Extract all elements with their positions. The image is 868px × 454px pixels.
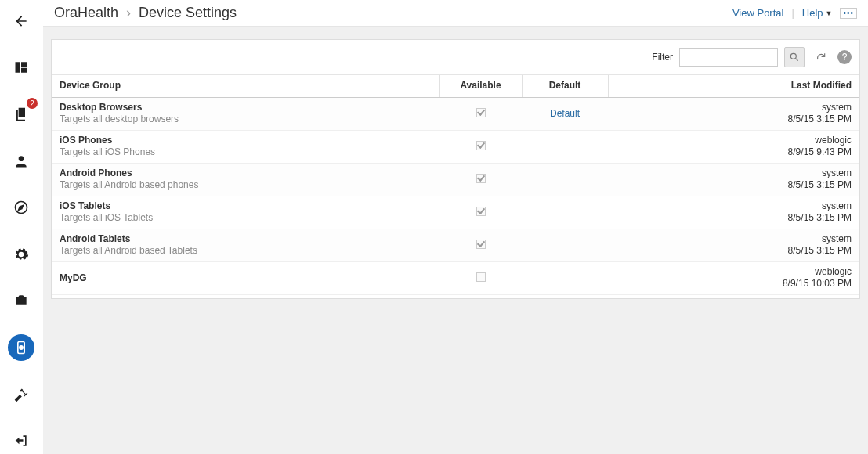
device-group-desc: Targets all iOS Phones (60, 146, 432, 158)
svg-point-2 (20, 346, 23, 349)
page-title: Device Settings (139, 5, 237, 21)
modified-user: system (616, 102, 852, 114)
overflow-menu[interactable]: ••• (840, 8, 857, 19)
table-row[interactable]: Android TabletsTargets all Android based… (52, 229, 859, 262)
nav-toolbox[interactable] (8, 288, 34, 315)
modified-user: system (616, 168, 852, 179)
nav-dashboard[interactable] (8, 55, 34, 81)
topbar: OraHealth › Device Settings View Portal … (43, 0, 868, 27)
top-divider: | (791, 7, 794, 19)
refresh-icon (816, 52, 826, 63)
briefcase-icon (13, 293, 29, 308)
help-menu[interactable]: Help▼ (802, 7, 833, 19)
device-group-desc: Targets all iOS Tablets (60, 212, 432, 224)
notification-badge: 2 (27, 98, 38, 109)
device-group-desc: Targets all Android based Tablets (60, 245, 432, 257)
device-group-name: Android Tablets (60, 233, 432, 245)
view-portal-link[interactable]: View Portal (732, 7, 784, 19)
modified-time: 8/5/15 3:15 PM (616, 179, 852, 191)
filter-input[interactable] (679, 48, 778, 67)
modified-user: weblogic (616, 135, 852, 146)
hammer-icon (13, 387, 29, 402)
available-checkbox[interactable] (476, 240, 486, 249)
filter-label: Filter (652, 52, 673, 63)
pages-icon (13, 106, 29, 122)
users-icon (13, 153, 29, 169)
device-group-name: MyDG (60, 272, 432, 284)
layout-icon (13, 59, 29, 75)
modified-user: system (616, 233, 852, 245)
search-button[interactable] (784, 47, 805, 67)
available-checkbox[interactable] (476, 207, 486, 216)
table-row[interactable]: Desktop BrowsersTargets all desktop brow… (52, 98, 859, 131)
available-checkbox[interactable] (476, 108, 486, 117)
breadcrumb-app-link[interactable]: OraHealth (54, 5, 118, 21)
table-row[interactable]: Android PhonesTargets all Android based … (52, 164, 859, 196)
col-available[interactable]: Available (439, 75, 522, 98)
available-checkbox[interactable] (476, 272, 486, 282)
search-icon (789, 52, 800, 63)
modified-user: system (616, 200, 852, 212)
gear-icon (13, 247, 29, 262)
nav-pages[interactable]: 2 (8, 101, 34, 128)
modified-time: 8/9/15 9:43 PM (616, 146, 852, 158)
nav-settings[interactable] (8, 241, 34, 268)
nav-build[interactable] (8, 381, 34, 408)
arrow-left-icon (13, 13, 29, 29)
modified-time: 8/9/15 10:03 PM (616, 278, 852, 290)
refresh-button[interactable] (811, 47, 831, 67)
breadcrumb-separator-icon: › (126, 5, 131, 21)
filter-bar: Filter ? (52, 40, 859, 74)
nav-device[interactable] (8, 334, 34, 361)
nav-explore[interactable] (8, 194, 34, 221)
modified-time: 8/5/15 3:15 PM (616, 212, 852, 224)
compass-icon (13, 200, 29, 215)
left-sidebar: 2 (0, 0, 43, 454)
col-default[interactable]: Default (522, 75, 608, 98)
device-group-name: iOS Phones (60, 135, 432, 146)
device-group-desc: Targets all Android based phones (60, 179, 432, 191)
available-checkbox[interactable] (476, 141, 486, 150)
caret-down-icon: ▼ (826, 9, 833, 17)
modified-time: 8/5/15 3:15 PM (616, 245, 852, 257)
breadcrumb: OraHealth › Device Settings (54, 5, 237, 21)
device-icon (13, 340, 29, 355)
col-device-group[interactable]: Device Group (52, 75, 439, 98)
device-groups-table: Device Group Available Default Last Modi… (52, 74, 859, 295)
svg-point-3 (790, 53, 796, 59)
table-row[interactable]: iOS TabletsTargets all iOS Tabletssystem… (52, 196, 859, 229)
device-group-name: Android Phones (60, 168, 432, 179)
back-button[interactable] (8, 8, 34, 34)
modified-user: weblogic (616, 266, 852, 278)
default-link[interactable]: Default (550, 108, 580, 119)
modified-time: 8/5/15 3:15 PM (616, 114, 852, 125)
table-row[interactable]: MyDGweblogic8/9/15 10:03 PM (52, 262, 859, 295)
device-settings-panel: Filter ? Device G (51, 39, 860, 299)
nav-exit[interactable] (8, 427, 34, 454)
exit-icon (13, 433, 29, 449)
device-group-name: iOS Tablets (60, 200, 432, 212)
available-checkbox[interactable] (476, 174, 486, 183)
device-group-name: Desktop Browsers (60, 102, 432, 114)
table-row[interactable]: iOS PhonesTargets all iOS Phonesweblogic… (52, 131, 859, 164)
col-last-modified[interactable]: Last Modified (608, 75, 859, 98)
nav-users[interactable] (8, 148, 34, 175)
panel-help-button[interactable]: ? (837, 50, 852, 64)
device-group-desc: Targets all desktop browsers (60, 114, 432, 125)
